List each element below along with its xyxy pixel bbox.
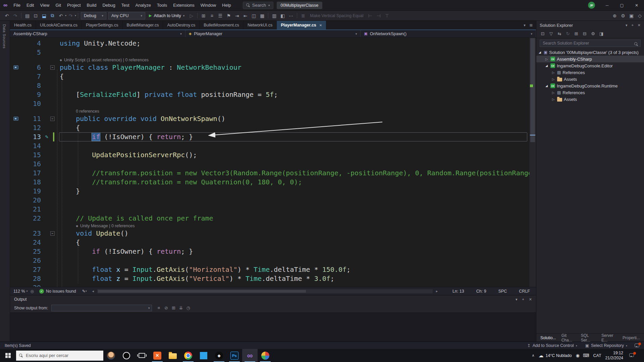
outline-margin[interactable]	[44, 141, 57, 150]
tab-networkui-cs[interactable]: NetworkUI.cs	[244, 21, 277, 29]
minimize-button[interactable]: ─	[600, 0, 614, 10]
codelens-label[interactable]: 0 references	[57, 108, 99, 114]
hidden-icons-chevron[interactable]: ∧	[532, 353, 534, 358]
file-nesting-icon[interactable]: ⊞	[573, 31, 580, 36]
navigate-back-icon[interactable]: ↶	[3, 12, 11, 20]
menu-tools[interactable]: Tools	[154, 0, 170, 10]
tree-item-assets[interactable]: ▷Assets	[536, 76, 644, 82]
tree-item-assets[interactable]: ▷Assets	[536, 96, 644, 103]
account-avatar[interactable]: JF	[588, 2, 595, 9]
preview-icon[interactable]: ▣	[627, 12, 636, 20]
expand-arrow-icon[interactable]: ▷	[551, 91, 555, 95]
pin-icon[interactable]: ⌖	[632, 23, 634, 27]
output-content[interactable]	[10, 313, 536, 342]
line-number[interactable]: 27	[24, 265, 44, 274]
outline-margin[interactable]	[44, 265, 57, 274]
panel-tab-gitcha[interactable]: Git Cha...	[561, 333, 576, 343]
breakpoint-margin[interactable]	[10, 48, 24, 57]
expand-arrow-icon[interactable]: ▷	[551, 77, 555, 81]
autoscroll-icon[interactable]: ⇊	[177, 305, 184, 310]
menu-build[interactable]: Build	[84, 0, 100, 10]
action-center-button[interactable]	[627, 353, 636, 358]
align-right-icon[interactable]: ⊣	[374, 12, 383, 20]
breakpoint-margin[interactable]	[10, 205, 24, 214]
outline-margin[interactable]	[44, 150, 57, 160]
whitespace-icon[interactable]: ⋯	[287, 12, 295, 20]
line-number[interactable]: 24	[24, 238, 44, 247]
breakpoint-margin[interactable]	[10, 229, 24, 238]
breakpoint-margin[interactable]	[10, 39, 24, 48]
code-cleanup-icon[interactable]: ✎	[82, 289, 86, 294]
taskbar-search[interactable]	[16, 351, 103, 361]
add-control-icon[interactable]: ⊕	[610, 12, 619, 20]
breakpoint-margin[interactable]	[10, 256, 24, 265]
outline-margin[interactable]	[44, 160, 57, 169]
outline-margin[interactable]	[44, 99, 57, 108]
block-structure-icon[interactable]: ◧	[278, 12, 287, 20]
line-number[interactable]: 29	[24, 283, 44, 287]
outline-margin[interactable]: −	[44, 114, 57, 123]
outline-margin[interactable]	[44, 205, 57, 214]
outline-margin[interactable]	[44, 214, 57, 223]
tab-health-cs[interactable]: Health.cs	[10, 21, 36, 29]
taskbar-search-input[interactable]	[26, 353, 103, 358]
panel-menu-icon[interactable]: ▾	[516, 297, 518, 302]
outline-margin[interactable]: ✎	[44, 132, 57, 141]
close-icon[interactable]: ✕	[638, 23, 641, 27]
line-number[interactable]: 10	[24, 99, 44, 108]
save-icon[interactable]: ⬓	[40, 12, 48, 20]
tab-autodestroy-cs[interactable]: AutoDestroy.cs	[163, 21, 200, 29]
vscode-app-icon[interactable]	[196, 349, 211, 362]
line-number[interactable]: 7	[24, 72, 44, 81]
line-number[interactable]: 15	[24, 150, 44, 160]
open-file-icon[interactable]: ⊡	[32, 12, 40, 20]
breakpoint-margin[interactable]	[10, 81, 24, 90]
breakpoint-margin[interactable]	[10, 99, 24, 108]
debug-target-dropdown[interactable]: Debug▾	[81, 12, 106, 19]
data-sources-tab[interactable]: Data Sources	[0, 21, 10, 342]
weather-widget[interactable]: ☁ 14°C Nublado	[538, 353, 572, 359]
photoshop-app-icon[interactable]: Ps	[227, 349, 242, 362]
breakpoint-margin[interactable]	[10, 90, 24, 99]
start-button[interactable]	[0, 349, 16, 362]
tab-bulletmanager-cs[interactable]: BulletManager.cs	[123, 21, 163, 29]
line-number[interactable]: 12	[24, 123, 44, 132]
panel-tab-properti[interactable]: Properti...	[623, 336, 640, 340]
scrollbar-thumb[interactable]	[530, 38, 535, 142]
redo-icon[interactable]: ↷	[66, 12, 75, 20]
align-top-icon[interactable]: ⊤	[383, 12, 391, 20]
outline-margin[interactable]	[44, 256, 57, 265]
line-number[interactable]: 9	[24, 90, 44, 99]
vertical-spacing-icon[interactable]: ≣	[299, 12, 307, 20]
outline-margin[interactable]	[44, 247, 57, 256]
nav-bar-toggle-icon[interactable]: ▥	[270, 12, 278, 20]
tree-item-references[interactable]: ▷▤References	[536, 89, 644, 96]
menu-analyze[interactable]: Analyze	[132, 0, 154, 10]
user-avatar-app-icon[interactable]	[103, 349, 119, 362]
maximize-button[interactable]: ▢	[614, 0, 629, 10]
tray-icon-2[interactable]: ⌨	[583, 353, 589, 358]
file-explorer-app-icon[interactable]	[165, 349, 180, 362]
codelens-label[interactable]: ◆Unity Message | 0 references	[57, 223, 135, 229]
bookmark-icon[interactable]: ⚑	[224, 12, 233, 20]
code-health-indicator[interactable]: ✓ No issues found	[39, 289, 76, 294]
collapse-region-icon[interactable]: −	[50, 65, 55, 70]
expand-arrow-icon[interactable]: ◢	[544, 84, 549, 87]
line-number[interactable]: 23	[24, 229, 44, 238]
menu-window[interactable]: Window	[198, 0, 219, 10]
panel-tab-solutio[interactable]: Solutio...	[540, 336, 556, 340]
breakpoint-margin[interactable]	[10, 196, 24, 205]
outdent-icon[interactable]: ⇤	[241, 12, 250, 20]
tab-playersettings-cs[interactable]: PlayerSettings.cs	[82, 21, 123, 29]
properties-icon[interactable]: ⚙	[589, 31, 597, 36]
menu-extensions[interactable]: Extensions	[170, 0, 198, 10]
platform-dropdown[interactable]: Any CPU▾	[108, 12, 145, 19]
line-number[interactable]: 17	[24, 169, 44, 178]
line-number[interactable]: 25	[24, 247, 44, 256]
menu-test[interactable]: Test	[118, 0, 132, 10]
breakpoint-margin[interactable]	[10, 247, 24, 256]
expand-arrow-icon[interactable]: ▷	[551, 98, 555, 101]
breakpoint-margin[interactable]	[10, 265, 24, 274]
outline-margin[interactable]	[44, 238, 57, 247]
line-number[interactable]: 20	[24, 196, 44, 205]
